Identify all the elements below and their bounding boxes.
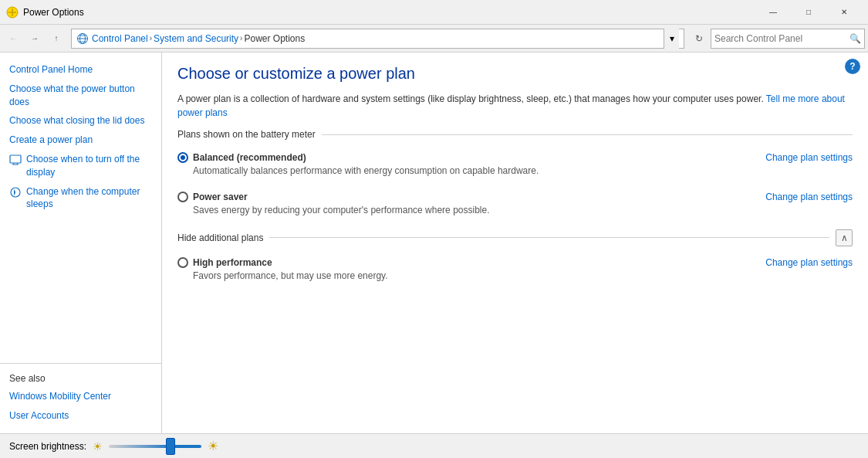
plan-high-performance-header: High performance Change plan settings [177, 257, 853, 268]
sidebar-label: Control Panel Home [9, 63, 93, 76]
plan-high-performance: High performance Change plan settings Fa… [177, 254, 853, 286]
brightness-sun-left-icon: ☀ [93, 440, 103, 453]
sidebar-item-sleep[interactable]: Change when the computer sleeps [0, 182, 161, 215]
plan-high-performance-desc: Favors performance, but may use more ene… [193, 270, 853, 283]
divider-line [322, 134, 853, 135]
minimize-button[interactable]: — [755, 0, 791, 25]
plan-high-performance-radio[interactable] [177, 257, 188, 268]
sidebar-item-control-panel-home[interactable]: Control Panel Home [0, 60, 161, 80]
plan-balanced-desc: Automatically balances performance with … [193, 165, 853, 178]
window-controls: — □ ✕ [755, 0, 862, 25]
navbar: ← → ↑ Control Panel › System and Securit… [0, 25, 868, 53]
sidebar: Control Panel Home Choose what the power… [0, 53, 162, 433]
window-title: Power Options [23, 7, 755, 18]
brightness-sun-right-icon: ☀ [208, 439, 218, 453]
plan-power-saver-change-link[interactable]: Change plan settings [765, 192, 853, 202]
sidebar-item-display[interactable]: Choose when to turn off the display [0, 150, 161, 182]
monitor-icon [9, 154, 22, 166]
svg-rect-6 [10, 155, 21, 163]
plan-power-saver-desc: Saves energy by reducing your computer's… [193, 204, 853, 217]
search-input[interactable] [714, 33, 846, 44]
collapse-button[interactable]: ∧ [836, 229, 853, 246]
plans-section-divider: Plans shown on the battery meter [177, 129, 853, 140]
plan-high-performance-name: High performance [193, 257, 272, 268]
sidebar-divider [0, 363, 161, 364]
breadcrumb-control-panel[interactable]: Control Panel [92, 33, 148, 44]
help-button[interactable]: ? [845, 59, 860, 74]
sidebar-label: Change when the computer sleeps [26, 185, 152, 212]
sidebar-label: Choose when to turn off the display [26, 153, 152, 179]
breadcrumb-system-security[interactable]: System and Security [154, 33, 238, 44]
forward-button[interactable]: → [25, 29, 45, 49]
plan-balanced-change-link[interactable]: Change plan settings [765, 152, 853, 163]
sidebar-item-mobility[interactable]: Windows Mobility Center [0, 387, 161, 406]
refresh-button[interactable]: ↻ [689, 29, 709, 49]
hide-additional-line [269, 237, 829, 238]
plan-power-saver-header: Power saver Change plan settings [177, 192, 853, 202]
up-button[interactable]: ↑ [46, 29, 66, 49]
sidebar-item-lid[interactable]: Choose what closing the lid does [0, 111, 161, 131]
sidebar-item-user-accounts[interactable]: User Accounts [0, 406, 161, 426]
hide-additional-section: Hide additional plans ∧ [177, 229, 853, 246]
description-text: A power plan is a collection of hardware… [177, 92, 853, 120]
sidebar-label: Choose what the power button does [9, 83, 152, 109]
sidebar-label: Choose what closing the lid does [9, 114, 144, 127]
brightness-slider-container [109, 445, 201, 448]
plan-balanced-label-row: Balanced (recommended) [177, 152, 306, 163]
plan-power-saver: Power saver Change plan settings Saves e… [177, 188, 853, 220]
sidebar-label: User Accounts [9, 409, 69, 422]
sidebar-item-create-plan[interactable]: Create a power plan [0, 131, 161, 150]
page-title: Choose or customize a power plan [177, 65, 853, 83]
plan-balanced-header: Balanced (recommended) Change plan setti… [177, 152, 853, 163]
brightness-slider[interactable] [109, 445, 201, 448]
plans-section-label: Plans shown on the battery meter [177, 129, 316, 140]
sidebar-label: Windows Mobility Center [9, 390, 111, 403]
search-box: 🔍 [711, 29, 865, 49]
hide-additional-label: Hide additional plans [177, 232, 263, 243]
plan-balanced: Balanced (recommended) Change plan setti… [177, 149, 853, 181]
search-icon[interactable]: 🔍 [849, 33, 861, 44]
plan-power-saver-label-row: Power saver [177, 192, 248, 202]
bottom-bar: Screen brightness: ☀ ☀ [0, 433, 868, 458]
back-button[interactable]: ← [3, 29, 23, 49]
close-button[interactable]: ✕ [826, 0, 862, 25]
globe-icon [76, 32, 89, 45]
plan-balanced-radio[interactable] [177, 152, 188, 163]
plan-balanced-name: Balanced (recommended) [193, 152, 306, 163]
breadcrumb-power-options: Power Options [244, 33, 305, 44]
app-icon [6, 6, 19, 19]
breadcrumb: Control Panel › System and Security › Po… [92, 33, 660, 44]
content-area: Choose or customize a power plan A power… [162, 53, 868, 433]
brightness-label: Screen brightness: [9, 441, 86, 452]
titlebar: Power Options — □ ✕ [0, 0, 868, 25]
plan-power-saver-name: Power saver [193, 192, 248, 202]
slider-thumb[interactable] [166, 438, 175, 455]
sidebar-item-power-button[interactable]: Choose what the power button does [0, 80, 161, 112]
address-dropdown[interactable]: ▾ [664, 29, 679, 49]
plan-high-performance-label-row: High performance [177, 257, 272, 268]
maximize-button[interactable]: □ [791, 0, 826, 25]
sidebar-label: Create a power plan [9, 134, 93, 147]
address-bar: Control Panel › System and Security › Po… [71, 29, 684, 49]
plan-power-saver-radio[interactable] [177, 192, 188, 202]
plan-high-performance-change-link[interactable]: Change plan settings [765, 257, 853, 268]
sleep-icon [9, 186, 22, 198]
see-also-heading: See also [0, 370, 161, 387]
